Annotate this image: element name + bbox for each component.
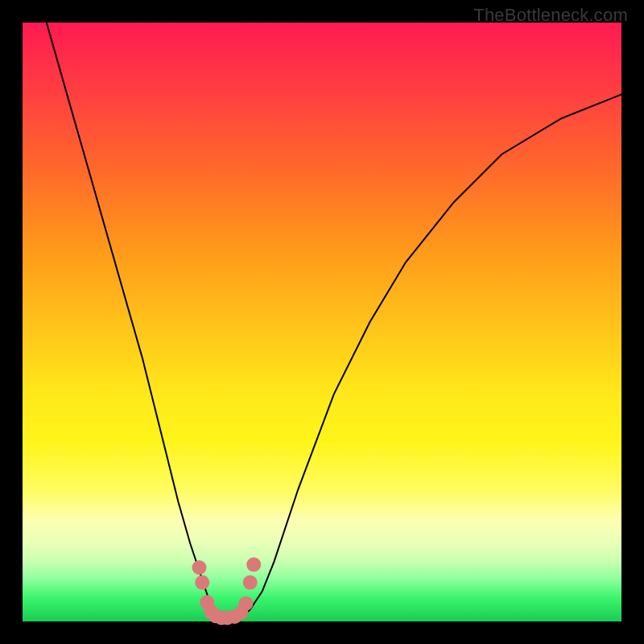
plot-area bbox=[23, 23, 621, 621]
data-markers bbox=[192, 557, 262, 625]
data-marker bbox=[192, 560, 207, 575]
data-marker bbox=[239, 597, 254, 611]
data-marker bbox=[243, 576, 258, 590]
data-marker bbox=[246, 557, 261, 572]
data-marker bbox=[195, 576, 209, 590]
chart-frame: TheBottleneck.com bbox=[0, 0, 644, 644]
chart-svg bbox=[23, 23, 621, 621]
curve-line bbox=[47, 23, 621, 618]
watermark-text: TheBottleneck.com bbox=[473, 5, 628, 26]
